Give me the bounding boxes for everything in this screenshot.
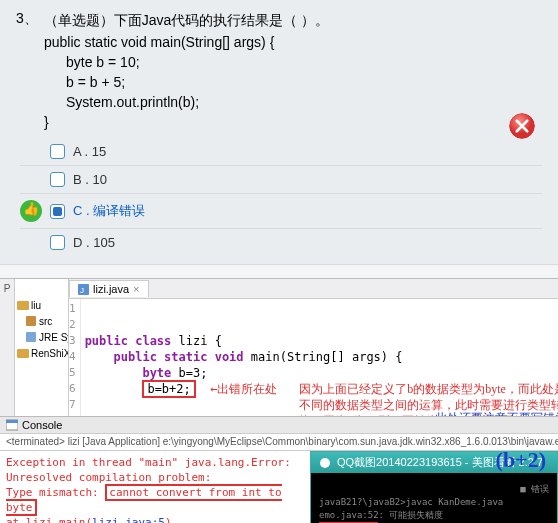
console-panel: Console <terminated> lizi [Java Applicat…	[0, 416, 558, 523]
option-label: A . 15	[73, 144, 106, 159]
close-icon[interactable]: ×	[133, 283, 139, 295]
project-item[interactable]: RenShiXin	[15, 345, 68, 361]
svg-rect-2	[17, 301, 29, 310]
question-prompt: （单选题）下面Java代码的执行结果是（ ）。	[44, 10, 329, 30]
error-highlight: b=b+2;	[142, 380, 195, 398]
question-number: 3、	[16, 10, 38, 30]
side-gutter: P	[0, 279, 15, 416]
options-list: A . 15 B . 10 C . 编译错误 D . 105	[16, 138, 542, 256]
folder-icon	[17, 299, 29, 311]
console-header[interactable]: Console	[0, 417, 558, 434]
checkbox-icon[interactable]	[50, 144, 65, 159]
handwritten-note: (b+2)	[496, 447, 546, 473]
jre-item[interactable]: JRE Sy	[15, 329, 68, 345]
editor: J lizi.java × 12345678 public class lizi…	[69, 279, 558, 416]
tab-bar: J lizi.java ×	[69, 279, 558, 299]
code-line: b = b + 5;	[66, 72, 542, 92]
option-d[interactable]: D . 105	[20, 229, 542, 256]
svg-rect-9	[6, 420, 18, 423]
checkbox-icon[interactable]	[50, 204, 65, 219]
divider	[0, 264, 558, 278]
code-line: }	[44, 112, 542, 132]
code-line: byte b = 10;	[66, 52, 542, 72]
qq-terminal: ■ 错误 javaB21?\javaB2>javac KanDeme.java …	[311, 473, 557, 523]
checkbox-icon[interactable]	[50, 172, 65, 187]
option-label: B . 10	[73, 172, 107, 187]
library-icon	[25, 331, 37, 343]
option-c[interactable]: C . 编译错误	[20, 194, 542, 229]
svg-point-10	[320, 458, 330, 468]
option-a[interactable]: A . 15	[20, 138, 542, 166]
folder-icon	[17, 347, 29, 359]
project-explorer[interactable]: liu src JRE Sy RenShiXin	[15, 279, 69, 416]
code-content[interactable]: public class lizi { public static void m…	[81, 299, 558, 416]
tab-lizi[interactable]: J lizi.java ×	[69, 280, 149, 297]
svg-rect-5	[17, 349, 29, 358]
code-line: public static void main(String[] args) {	[44, 32, 542, 52]
java-file-icon: J	[78, 284, 89, 295]
stacktrace-link[interactable]: lizi.java:5	[92, 516, 165, 523]
app-icon	[319, 457, 331, 469]
option-label: C . 编译错误	[73, 202, 145, 220]
option-label: D . 105	[73, 235, 115, 250]
svg-text:J: J	[80, 286, 84, 295]
line-gutter: 12345678	[69, 299, 81, 416]
checkbox-icon[interactable]	[50, 235, 65, 250]
thumbs-up-icon	[20, 200, 42, 222]
question-panel: 3、 （单选题）下面Java代码的执行结果是（ ）。 public static…	[0, 0, 558, 264]
svg-rect-4	[26, 332, 36, 342]
option-b[interactable]: B . 10	[20, 166, 542, 194]
console-subtitle: <terminated> lizi [Java Application] e:\…	[0, 434, 558, 451]
console-icon	[6, 419, 18, 431]
ide-panel: P liu src JRE Sy RenShiXin J lizi.java ×	[0, 278, 558, 416]
package-icon	[25, 315, 37, 327]
console-output[interactable]: Exception in thread "main" java.lang.Err…	[0, 451, 310, 523]
code-line: System.out.println(b);	[66, 92, 542, 112]
project-item[interactable]: liu	[15, 297, 68, 313]
svg-rect-3	[26, 316, 36, 326]
src-item[interactable]: src	[15, 313, 68, 329]
wrong-icon	[508, 112, 536, 140]
